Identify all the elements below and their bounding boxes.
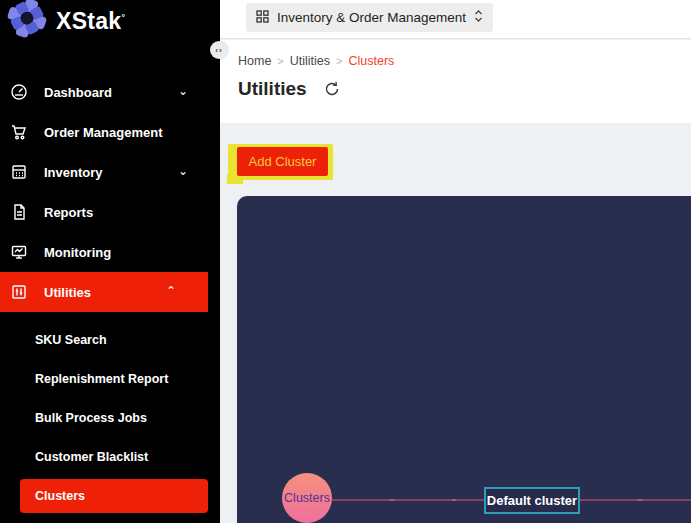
- breadcrumb: Home > Utilities > Clusters: [238, 54, 394, 68]
- brand-logo[interactable]: XStak°: [0, 0, 220, 44]
- breadcrumb-home[interactable]: Home: [238, 54, 271, 68]
- chevron-up-icon: ⌃: [166, 284, 176, 298]
- sidebar-item-label: Dashboard: [44, 85, 112, 100]
- cart-icon: [10, 123, 28, 141]
- submenu-item-sku-search[interactable]: SKU Search: [0, 320, 220, 359]
- inventory-icon: [10, 163, 28, 181]
- submenu-item-label: Bulk Process Jobs: [35, 411, 147, 425]
- collapse-icon: ‹›: [215, 46, 222, 55]
- graph-node-label: Default cluster: [487, 493, 577, 508]
- sidebar-item-order-management[interactable]: Order Management: [0, 112, 220, 152]
- submenu-item-label: Replenishment Report: [35, 372, 168, 386]
- up-down-chevrons-icon: [474, 9, 483, 27]
- sidebar-item-dashboard[interactable]: Dashboard ⌄: [0, 72, 220, 112]
- grid-icon: [256, 9, 269, 27]
- sidebar-item-label: Monitoring: [44, 245, 111, 260]
- report-icon: [10, 203, 28, 221]
- chevron-down-icon: ⌄: [178, 164, 188, 178]
- breadcrumb-separator: >: [336, 55, 342, 67]
- sidebar-item-label: Reports: [44, 205, 93, 220]
- sidebar-item-label: Order Management: [44, 125, 162, 140]
- submenu-item-clusters[interactable]: Clusters: [0, 476, 220, 515]
- submenu-item-label: Customer Blacklist: [35, 450, 148, 464]
- xstak-flower-icon: [5, 0, 49, 44]
- page-header: Home > Utilities > Clusters Utilities: [220, 40, 691, 123]
- submenu-item-label: Clusters: [35, 489, 85, 503]
- sliders-icon: [10, 283, 28, 301]
- sidebar-item-inventory[interactable]: Inventory ⌄: [0, 152, 220, 192]
- sidebar: XStak° Dashboard ⌄ Order Management: [0, 0, 220, 523]
- chevron-down-icon: ⌄: [178, 84, 188, 98]
- cluster-graph-panel: Clusters Default cluster: [237, 196, 691, 523]
- sidebar-nav: Dashboard ⌄ Order Management Inventory ⌄: [0, 72, 220, 312]
- sidebar-item-reports[interactable]: Reports: [0, 192, 220, 232]
- sidebar-collapse-toggle[interactable]: ‹›: [210, 41, 228, 59]
- submenu-item-bulk-process-jobs[interactable]: Bulk Process Jobs: [0, 398, 220, 437]
- monitor-icon: [10, 243, 28, 261]
- submenu-item-customer-blacklist[interactable]: Customer Blacklist: [0, 437, 220, 476]
- sidebar-item-utilities[interactable]: Utilities ⌃: [0, 272, 208, 312]
- breadcrumb-utilities[interactable]: Utilities: [290, 54, 330, 68]
- utilities-submenu: SKU Search Replenishment Report Bulk Pro…: [0, 312, 220, 515]
- breadcrumb-separator: >: [277, 55, 283, 67]
- submenu-active-pill: Clusters: [20, 479, 208, 513]
- sidebar-item-label: Utilities: [44, 285, 91, 300]
- submenu-item-label: SKU Search: [35, 333, 107, 347]
- graph-default-cluster-node[interactable]: Default cluster: [484, 487, 580, 514]
- title-row: Utilities: [238, 78, 341, 100]
- refresh-icon[interactable]: [323, 80, 341, 98]
- workspace-selector-label: Inventory & Order Management: [277, 10, 466, 25]
- workspace-selector[interactable]: Inventory & Order Management: [246, 3, 493, 32]
- topbar: Inventory & Order Management: [220, 0, 691, 39]
- graph-root-node-label: Clusters: [284, 491, 330, 505]
- page-title: Utilities: [238, 78, 307, 100]
- add-cluster-button[interactable]: Add Cluster: [237, 147, 328, 176]
- graph-root-node[interactable]: Clusters: [282, 473, 332, 523]
- gauge-icon: [10, 83, 28, 101]
- brand-name: XStak°: [56, 8, 125, 35]
- sidebar-item-monitoring[interactable]: Monitoring: [0, 232, 220, 272]
- submenu-item-replenishment-report[interactable]: Replenishment Report: [0, 359, 220, 398]
- breadcrumb-clusters: Clusters: [349, 54, 395, 68]
- sidebar-item-label: Inventory: [44, 165, 103, 180]
